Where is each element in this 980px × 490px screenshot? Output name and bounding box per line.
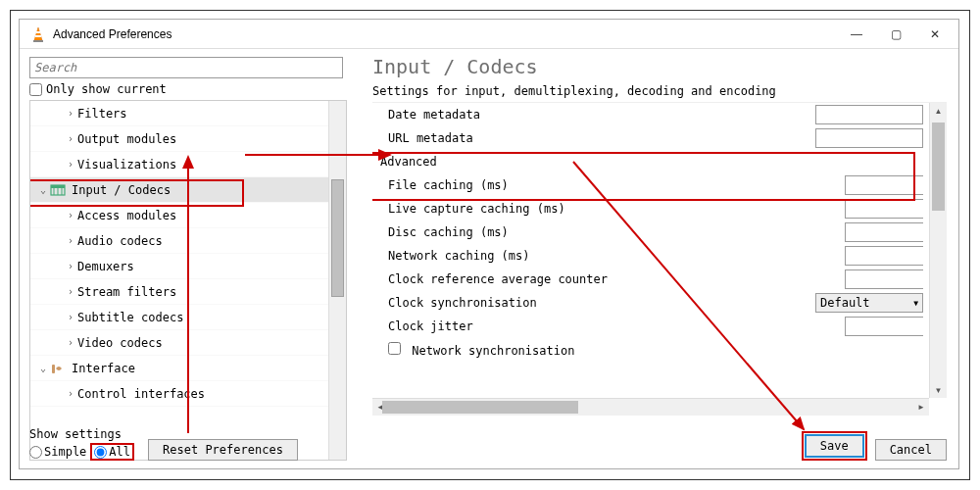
close-button[interactable]: ✕ — [915, 21, 955, 48]
settings-area: Date metadata URL metadata Advanced File… — [372, 102, 947, 416]
settings-heading: Input / Codecs — [372, 55, 947, 78]
caret-icon: › — [64, 159, 77, 170]
caret-icon: ⌄ — [36, 184, 50, 195]
disc-caching-spinner[interactable]: ▲▼ — [845, 222, 923, 242]
file-caching-label: File caching (ms) — [372, 178, 845, 192]
search-input[interactable] — [29, 57, 343, 78]
svg-rect-5 — [51, 185, 65, 188]
chevron-down-icon: ▼ — [913, 299, 918, 308]
disc-caching-label: Disc caching (ms) — [372, 225, 845, 239]
caret-icon: › — [64, 286, 77, 297]
tree-item-control-interfaces[interactable]: ›Control interfaces — [30, 381, 344, 407]
codec-icon — [50, 182, 68, 198]
tree-item-input-codecs[interactable]: ⌄Input / Codecs — [30, 177, 344, 203]
url-metadata-label: URL metadata — [372, 131, 815, 145]
preference-tree: ›Filters›Output modules›Visualizations⌄I… — [29, 100, 347, 461]
tree-item-interface[interactable]: ⌄Interface — [30, 356, 344, 381]
svg-rect-3 — [33, 40, 43, 42]
date-metadata-input[interactable] — [815, 105, 923, 124]
scroll-down-icon[interactable]: ▼ — [930, 382, 947, 398]
svg-rect-9 — [52, 365, 55, 373]
window-title: Advanced Preferences — [53, 27, 837, 41]
settings-scrollbar-horizontal[interactable]: ◄ ► — [372, 398, 929, 416]
file-caching-spinner[interactable]: ▲▼ — [845, 175, 923, 195]
network-caching-label: Network caching (ms) — [372, 249, 845, 263]
settings-scrollbar-vertical[interactable]: ▲ ▼ — [929, 103, 947, 398]
tree-item-audio-codecs[interactable]: ›Audio codecs — [30, 228, 344, 254]
caret-icon: › — [64, 235, 77, 246]
right-pane: Input / Codecs Settings for input, demul… — [353, 49, 958, 468]
preferences-window: Advanced Preferences — ▢ ✕ Only show cur… — [19, 19, 959, 469]
svg-marker-0 — [34, 27, 42, 40]
caret-icon: › — [64, 108, 77, 119]
clock-ref-label: Clock reference average counter — [372, 272, 845, 286]
caret-icon: ⌄ — [36, 363, 50, 373]
only-show-current-checkbox[interactable] — [29, 83, 42, 96]
live-caching-label: Live capture caching (ms) — [372, 202, 845, 216]
url-metadata-input[interactable] — [815, 128, 923, 148]
caret-icon: › — [64, 210, 77, 220]
date-metadata-label: Date metadata — [372, 108, 815, 122]
network-sync-checkbox[interactable] — [388, 342, 401, 355]
left-pane: Only show current ›Filters›Output module… — [20, 49, 353, 468]
cancel-button[interactable]: Cancel — [875, 439, 947, 461]
tree-item-subtitle-codecs[interactable]: ›Subtitle codecs — [30, 305, 344, 330]
annotation-highlight-all: All — [90, 443, 134, 461]
svg-rect-2 — [35, 35, 41, 37]
live-caching-spinner[interactable]: ▲▼ — [845, 199, 923, 219]
advanced-section-header: Advanced — [372, 155, 923, 169]
reset-preferences-button[interactable]: Reset Preferences — [148, 439, 298, 461]
caret-icon: › — [64, 133, 77, 144]
settings-description: Settings for input, demultiplexing, deco… — [372, 84, 947, 98]
radio-simple[interactable]: Simple — [29, 445, 86, 459]
clock-sync-select[interactable]: Default ▼ — [815, 293, 923, 313]
tree-scrollbar[interactable] — [328, 101, 346, 460]
minimize-button[interactable]: — — [837, 21, 876, 48]
tree-item-stream-filters[interactable]: ›Stream filters — [30, 279, 344, 305]
network-caching-spinner[interactable]: ▲▼ — [845, 246, 923, 266]
scroll-up-icon[interactable]: ▲ — [930, 103, 947, 119]
clock-sync-label: Clock synchronisation — [372, 296, 815, 310]
network-sync-checkbox-label: Network synchronisation — [372, 342, 923, 358]
only-show-current-label: Only show current — [46, 82, 167, 96]
titlebar: Advanced Preferences — ▢ ✕ — [20, 20, 958, 49]
tree-item-output-modules[interactable]: ›Output modules — [30, 126, 344, 152]
tree-item-access-modules[interactable]: ›Access modules — [30, 203, 344, 228]
maximize-button[interactable]: ▢ — [876, 21, 915, 48]
caret-icon: › — [64, 261, 77, 271]
bottom-bar: Show settings Simple All Reset Preferenc… — [29, 423, 947, 461]
svg-rect-1 — [36, 31, 40, 33]
caret-icon: › — [64, 388, 77, 399]
scroll-right-icon[interactable]: ► — [913, 399, 929, 416]
annotation-highlight-save: Save — [802, 431, 867, 461]
caret-icon: › — [64, 312, 77, 322]
clock-jitter-spinner[interactable]: ▲▼ — [845, 317, 923, 336]
tree-item-visualizations[interactable]: ›Visualizations — [30, 152, 344, 177]
tree-item-video-codecs[interactable]: ›Video codecs — [30, 330, 344, 356]
radio-all[interactable]: All — [94, 445, 130, 459]
clock-ref-spinner[interactable]: ▲▼ — [845, 270, 923, 289]
caret-icon: › — [64, 337, 77, 348]
tree-item-filters[interactable]: ›Filters — [30, 101, 344, 126]
tree-item-demuxers[interactable]: ›Demuxers — [30, 254, 344, 279]
interface-icon — [50, 361, 68, 376]
show-settings-label: Show settings — [29, 427, 134, 441]
vlc-logo-icon — [29, 25, 47, 43]
clock-jitter-label: Clock jitter — [372, 319, 845, 333]
save-button[interactable]: Save — [805, 434, 864, 458]
